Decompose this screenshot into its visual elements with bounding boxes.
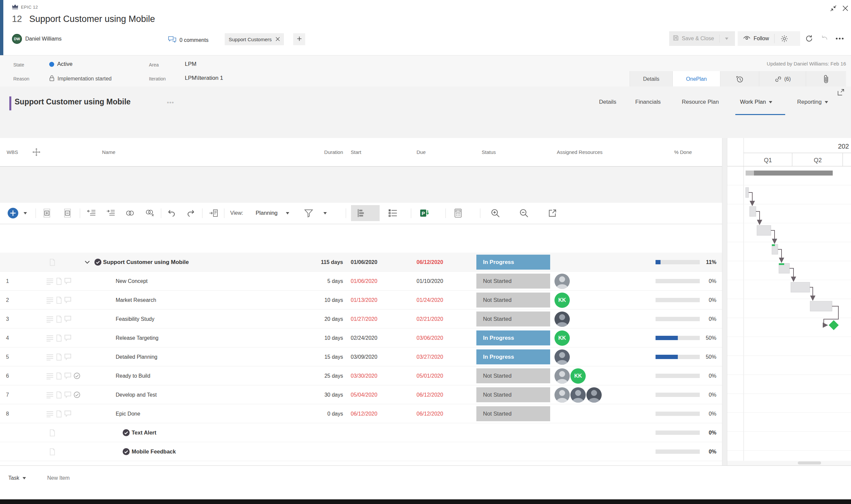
col-duration[interactable]: Duration [292, 138, 343, 166]
avatar-photo[interactable] [555, 349, 570, 365]
duration-value[interactable]: 20 days [292, 309, 343, 328]
due-date[interactable]: 06/12/2020 [417, 404, 443, 423]
duration-value[interactable]: 25 days [292, 366, 343, 385]
status-cell[interactable]: In Progress [476, 253, 550, 272]
row-icons[interactable] [46, 404, 72, 423]
row-icons[interactable] [46, 385, 80, 404]
plan-title-ellipsis[interactable]: ••• [167, 100, 174, 106]
due-date[interactable]: 02/21/2020 [417, 309, 443, 328]
work-item-title[interactable]: 12 Support Customer using Mobile [12, 14, 155, 24]
start-date[interactable]: 03/09/2020 [351, 347, 377, 366]
tab-attachments[interactable] [806, 71, 846, 87]
link-tasks-button[interactable] [122, 203, 138, 223]
assigned-resources[interactable] [555, 272, 570, 291]
assignee-field[interactable]: DW Daniel Williams [12, 34, 61, 44]
table-row[interactable]: 2Market Research10 days01/13/202001/24/2… [0, 291, 722, 309]
row-icons[interactable] [46, 347, 72, 366]
avatar-photo[interactable] [555, 311, 570, 327]
epic-name[interactable]: Mobile Feedback [132, 442, 176, 461]
avatar-photo[interactable] [555, 274, 570, 289]
settings-button[interactable] [775, 31, 794, 46]
comments-button[interactable]: 0 comments [168, 36, 209, 44]
due-date[interactable]: 01/10/2020 [417, 272, 443, 291]
state-value[interactable]: Active [49, 61, 72, 68]
task-name[interactable]: New Concept [116, 272, 148, 291]
table-row[interactable]: 5Detailed Planning15 days03/09/202003/27… [0, 347, 722, 366]
col-due[interactable]: Due [417, 138, 426, 166]
grid-gantt-splitter[interactable] [722, 138, 727, 465]
task-name[interactable]: Develop and Test [116, 385, 157, 404]
plan-tab-details[interactable]: Details [599, 99, 616, 105]
filter-button[interactable] [302, 203, 315, 223]
summary-name[interactable]: Support Customer using Mobile [103, 253, 189, 272]
table-row[interactable]: 1New Concept5 days01/06/202001/10/2020No… [0, 272, 722, 291]
start-date[interactable]: 03/30/2020 [351, 366, 377, 385]
move-icon[interactable] [32, 138, 41, 166]
tag-pill[interactable]: Support Customers [225, 33, 284, 45]
avatar-kk[interactable]: KK [555, 292, 570, 308]
start-date[interactable]: 01/27/2020 [351, 309, 377, 328]
unlink-tasks-button[interactable] [142, 203, 158, 223]
avatar-photo[interactable] [571, 387, 586, 402]
indent-button[interactable] [103, 203, 118, 223]
filter-dropdown[interactable] [321, 203, 330, 223]
task-name[interactable]: Release Targeting [116, 328, 159, 347]
due-date[interactable]: 03/06/2020 [417, 328, 443, 347]
assigned-resources[interactable]: KK [555, 366, 586, 385]
open-in-new-button[interactable] [544, 203, 560, 223]
table-row[interactable]: 4Release Targeting10 days02/24/202003/06… [0, 328, 722, 347]
work-item-title-text[interactable]: Support Customer using Mobile [29, 14, 155, 24]
add-item-button[interactable] [6, 203, 20, 223]
tab-details[interactable]: Details [630, 71, 672, 87]
duration-value[interactable]: 15 days [292, 347, 343, 366]
duration-value[interactable]: 10 days [292, 328, 343, 347]
plan-tab-work-plan[interactable]: Work Plan [740, 99, 772, 105]
assigned-resources[interactable]: KK [555, 328, 570, 347]
gantt-chart[interactable]: 202Q1Q2 [727, 138, 851, 462]
table-row[interactable]: Mobile Feedback0% [0, 442, 722, 461]
gantt-view-button[interactable] [355, 203, 369, 223]
col-pct-done[interactable]: % Done [674, 138, 692, 166]
calculate-button[interactable] [451, 203, 465, 223]
status-cell[interactable]: Not Started [476, 385, 550, 404]
status-cell[interactable]: Not Started [476, 309, 550, 328]
more-actions-button[interactable] [832, 31, 847, 46]
task-name[interactable]: Epic Done [116, 404, 140, 423]
table-row[interactable]: Support Customer using Mobile115 days01/… [0, 253, 722, 272]
plan-title[interactable]: Support Customer using Mobile [15, 97, 131, 106]
status-cell[interactable]: Not Started [476, 291, 550, 309]
plan-tab-resource-plan[interactable]: Resource Plan [682, 99, 719, 105]
row-icons[interactable] [46, 291, 72, 309]
chevron-down-icon[interactable] [725, 38, 728, 40]
row-icons[interactable] [46, 366, 80, 385]
start-date[interactable]: 02/24/2020 [351, 328, 377, 347]
duration-value[interactable]: 5 days [292, 272, 343, 291]
avatar-kk[interactable]: KK [571, 368, 586, 384]
task-details-button[interactable] [205, 203, 221, 223]
redo-button[interactable] [183, 203, 198, 223]
due-date[interactable]: 05/01/2020 [417, 366, 443, 385]
close-window-button[interactable] [840, 3, 850, 13]
assigned-resources[interactable] [555, 309, 570, 328]
row-icons[interactable] [46, 309, 72, 328]
table-row[interactable]: 3Feasibility Study20 days01/27/202002/21… [0, 309, 722, 328]
avatar-photo[interactable] [586, 387, 602, 402]
col-wbs[interactable]: WBS [7, 138, 18, 166]
export-project-button[interactable]: P [417, 203, 433, 223]
new-item-button[interactable]: New Item [47, 475, 70, 481]
tab-history[interactable] [720, 71, 759, 87]
zoom-in-button[interactable] [487, 203, 503, 223]
avatar-photo[interactable] [555, 368, 570, 384]
start-date[interactable]: 06/12/2020 [351, 404, 377, 423]
add-tag-button[interactable] [293, 33, 305, 45]
start-date[interactable]: 01/06/2020 [351, 272, 377, 291]
collapse-all-button[interactable] [60, 203, 74, 223]
plan-tab-reporting[interactable]: Reporting [797, 99, 828, 105]
new-item-type-select[interactable]: Task [8, 475, 26, 481]
task-name[interactable]: Feasibility Study [116, 309, 155, 328]
tag-remove-icon[interactable] [276, 37, 280, 42]
row-icons[interactable] [46, 272, 72, 291]
due-date[interactable]: 03/27/2020 [417, 347, 443, 366]
duration-value[interactable]: 10 days [292, 291, 343, 309]
assigned-resources[interactable] [555, 385, 602, 404]
